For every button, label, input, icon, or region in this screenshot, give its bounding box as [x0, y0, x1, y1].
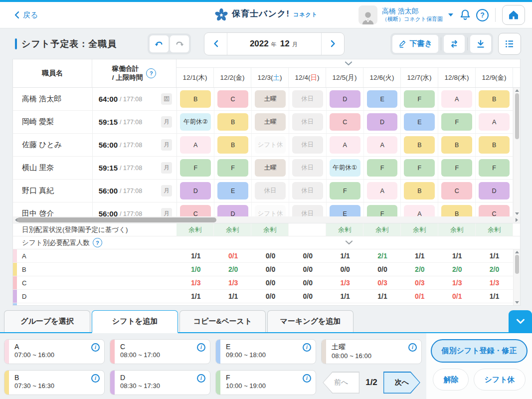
vertical-scrollbar[interactable] [513, 88, 520, 216]
shift-cell[interactable]: F [438, 157, 476, 179]
shift-cell[interactable]: B [476, 88, 513, 110]
shift-cell[interactable]: F [364, 157, 401, 179]
info-icon[interactable] [91, 374, 100, 383]
info-icon[interactable] [197, 374, 205, 383]
shift-cell[interactable]: A [364, 180, 401, 202]
sync-button[interactable] [444, 35, 465, 53]
individual-shift-register-button[interactable]: 個別シフト登録・修正 [431, 339, 528, 363]
horizontal-scrollbar[interactable] [13, 216, 520, 223]
info-icon[interactable] [408, 343, 417, 352]
shift-cell[interactable]: B [214, 111, 252, 133]
shift-cell[interactable]: 午前休① [327, 157, 364, 179]
shift-cell[interactable]: F [476, 157, 513, 179]
collapse-allocation-control[interactable] [177, 236, 520, 249]
shift-cell[interactable]: F [214, 157, 252, 179]
date-header-cell[interactable]: 12/6(火) [363, 68, 401, 87]
next-page-button[interactable]: 次へ [383, 372, 420, 394]
date-header-cell[interactable]: 12/1(木) [177, 68, 214, 87]
scroll-down-arrow[interactable] [515, 212, 519, 215]
scroll-right-arrow[interactable] [516, 218, 518, 222]
shift-cell[interactable]: C [214, 88, 252, 110]
back-button[interactable]: 戻る [14, 10, 38, 20]
shift-cell[interactable]: A [177, 134, 214, 156]
user-menu-caret-icon[interactable] [448, 13, 453, 16]
info-icon[interactable] [303, 374, 311, 383]
shift-cell[interactable]: シフト休 [252, 202, 289, 216]
shift-cell[interactable]: C [476, 202, 513, 216]
help-icon[interactable] [476, 9, 489, 21]
shift-cell[interactable]: B [438, 134, 476, 156]
shift-cell[interactable]: 午前休② [177, 111, 214, 133]
shift-cell[interactable]: 休日 [289, 180, 327, 202]
shift-cell[interactable]: D [476, 180, 513, 202]
shift-cell[interactable]: A [438, 88, 476, 110]
clear-button[interactable]: 解除 [433, 369, 469, 391]
shift-cell[interactable]: B [401, 180, 438, 202]
user-info[interactable]: 高橋 浩太郎 （横断）コネクト保育園 [382, 7, 443, 22]
shift-card[interactable]: E09:00 ~ 18:00 [215, 339, 316, 364]
shift-cell[interactable]: 土曜 [252, 157, 289, 179]
shift-cell[interactable]: B [401, 134, 438, 156]
shift-cell[interactable]: 休日 [289, 111, 327, 133]
shift-cell[interactable]: B [214, 134, 252, 156]
shift-cell[interactable]: 休日 [289, 88, 327, 110]
tab-item[interactable]: コピー&ペースト [179, 310, 266, 332]
shift-card[interactable]: D08:30 ~ 17:30 [110, 370, 210, 395]
collapse-panel-button[interactable] [509, 310, 532, 332]
shift-cell[interactable]: A [327, 134, 364, 156]
undo-button[interactable] [150, 35, 169, 52]
shift-cell[interactable]: 休日 [289, 134, 327, 156]
shift-cell[interactable]: C [177, 202, 214, 216]
shift-cell[interactable]: 休日 [289, 202, 327, 216]
shift-cell[interactable]: E [364, 88, 401, 110]
shift-cell[interactable]: B [177, 88, 214, 110]
tab-item[interactable]: マーキングを追加 [267, 310, 354, 332]
shift-cell[interactable]: E [401, 111, 438, 133]
scroll-up-arrow[interactable] [515, 251, 519, 253]
shift-cell[interactable]: 土曜 [252, 111, 289, 133]
bell-icon[interactable] [459, 8, 472, 21]
list-view-button[interactable] [498, 33, 521, 55]
required-staff-help-icon[interactable] [93, 238, 102, 247]
shift-cell[interactable]: A [401, 202, 438, 216]
prev-month-button[interactable] [204, 33, 227, 55]
shift-cell[interactable]: F [327, 180, 364, 202]
next-month-button[interactable] [321, 33, 344, 55]
shift-cell[interactable]: D [364, 111, 401, 133]
tab-item[interactable]: グループを選択 [4, 310, 90, 332]
shift-card[interactable]: C08:00 ~ 17:00 [110, 339, 210, 364]
date-header-cell[interactable]: 12/9(金) [476, 68, 513, 87]
scrollbar-thumb[interactable] [515, 93, 519, 139]
date-header-cell[interactable]: 12/7(水) [401, 68, 438, 87]
info-icon[interactable] [197, 343, 205, 352]
shift-cell[interactable]: E [214, 180, 252, 202]
date-header-cell[interactable]: 12/8(木) [438, 68, 476, 87]
date-header-cell[interactable]: 12/4(日) [289, 68, 326, 87]
shift-cell[interactable]: D [177, 180, 214, 202]
shift-cell[interactable]: E [327, 202, 364, 216]
shift-rest-button[interactable]: シフト休 [474, 369, 525, 391]
shift-cell[interactable]: F [438, 111, 476, 133]
hours-help-icon[interactable] [146, 68, 156, 78]
shift-card[interactable]: A07:00 ~ 16:00 [4, 339, 105, 364]
date-header-cell[interactable]: 12/3(土) [251, 68, 289, 87]
shift-cell[interactable]: A [364, 134, 401, 156]
draft-button[interactable]: 下書き [392, 35, 438, 53]
shift-card[interactable]: B07:30 ~ 16:30 [4, 370, 105, 395]
shift-cell[interactable]: D [327, 88, 364, 110]
shift-cell[interactable]: 休日 [289, 157, 327, 179]
prev-page-button[interactable]: 前へ [323, 372, 359, 394]
scrollbar-thumb[interactable] [515, 255, 519, 274]
shift-card[interactable]: F10:00 ~ 19:00 [215, 370, 316, 395]
allocation-vertical-scrollbar[interactable] [513, 249, 520, 305]
shift-card[interactable]: 土曜08:00 ~ 16:00 [321, 339, 422, 364]
shift-cell[interactable]: B [438, 202, 476, 216]
info-icon[interactable] [303, 343, 311, 352]
shift-cell[interactable]: B [476, 134, 513, 156]
shift-cell[interactable]: 休日 [252, 180, 289, 202]
scrollbar-thumb[interactable] [17, 217, 216, 222]
shift-cell[interactable]: F [401, 157, 438, 179]
shift-cell[interactable]: 土曜 [252, 88, 289, 110]
scroll-down-arrow[interactable] [515, 301, 519, 304]
shift-cell[interactable]: シフト休 [252, 134, 289, 156]
